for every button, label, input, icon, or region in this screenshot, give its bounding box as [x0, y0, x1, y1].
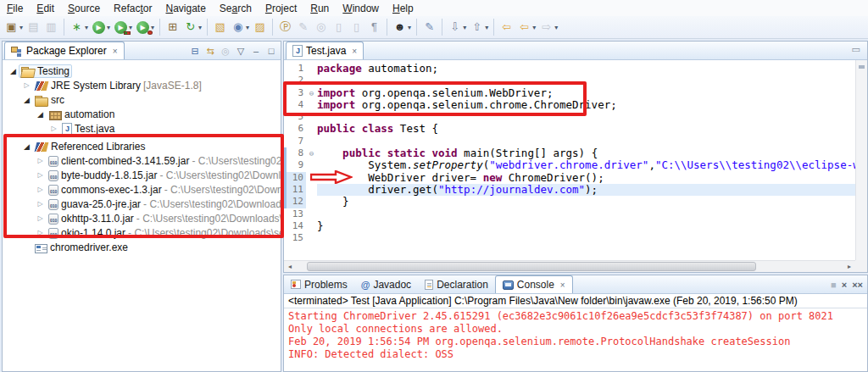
user-profile-dropdown[interactable]: ▾ [408, 24, 411, 31]
remove-all-terminated-icon[interactable]: ×× [852, 280, 863, 290]
menu-file[interactable]: File [0, 2, 30, 15]
expander-icon[interactable]: ▷ [35, 171, 46, 179]
tree-item-testing[interactable]: ◢Testing [3, 64, 281, 78]
run-coverage-button[interactable]: ▶▾ [112, 18, 134, 36]
menu-run[interactable]: Run [303, 2, 336, 15]
external-javadoc-button[interactable]: Ⓟ [276, 18, 294, 36]
menu-navigate[interactable]: Navigate [159, 2, 212, 15]
run-button[interactable]: ▶▾ [90, 18, 112, 36]
tree-item-referenced-libraries[interactable]: ◢Referenced Libraries [3, 139, 281, 153]
update-project-dropdown[interactable]: ▾ [198, 24, 202, 31]
run-coverage-dropdown[interactable]: ▾ [129, 24, 132, 31]
debug-dropdown[interactable]: ▾ [85, 24, 88, 31]
code-area[interactable]: 1package automation;23⊖import org.openqa… [284, 60, 855, 260]
fold-icon[interactable]: ⊖ [306, 87, 317, 99]
search-button[interactable]: ◉▾ [229, 18, 251, 36]
code-line-12[interactable]: 12 } [284, 196, 855, 208]
collapse-all-icon[interactable]: ⊟ [188, 46, 202, 57]
open-folder-button[interactable]: ▧ [211, 18, 229, 36]
code-line-14[interactable]: 14} [284, 220, 855, 232]
restore-icon[interactable]: ▭ [852, 44, 860, 55]
new-wizard-dropdown[interactable]: ▾ [19, 24, 23, 31]
maximize-view-icon[interactable]: □ [264, 46, 278, 56]
tree-item-client-combined-3-141-59-jar[interactable]: ▷client-combined-3.141.59.jar - C:\Users… [3, 153, 281, 168]
back-dropdown[interactable]: ▾ [532, 24, 536, 31]
expander-icon[interactable]: ▷ [48, 125, 59, 132]
menu-help[interactable]: Help [386, 2, 420, 15]
tab-javadoc[interactable]: @Javadoc [354, 275, 418, 293]
focus-view-icon[interactable]: ◎ [219, 46, 232, 57]
code-line-9[interactable]: 9 System.setProperty("webdriver.chrome.d… [284, 159, 855, 171]
code-line-2[interactable]: 2 [284, 75, 855, 86]
code-line-3[interactable]: 3⊖import org.openqa.selenium.WebDriver; [284, 87, 855, 99]
tree-item-commons-exec-1-3-jar[interactable]: ▷commons-exec-1.3.jar - C:\Users\testing… [3, 182, 281, 197]
menu-search[interactable]: Search [213, 2, 259, 15]
last-edit-location-button[interactable]: ⇦ [498, 18, 515, 36]
expander-icon[interactable]: ▷ [35, 214, 46, 222]
expander-icon[interactable]: ◢ [21, 142, 32, 151]
new-wizard-button[interactable]: ▣▾ [3, 18, 25, 36]
forward-button[interactable]: ⇨▾ [537, 18, 559, 36]
tab-package-explorer[interactable]: Package Explorer × [4, 42, 125, 59]
expander-icon[interactable]: ◢ [21, 96, 32, 104]
expander-icon[interactable]: ▷ [35, 186, 46, 193]
forward-dropdown[interactable]: ▾ [554, 24, 558, 31]
menu-source[interactable]: Source [61, 2, 107, 15]
menu-project[interactable]: Project [259, 2, 303, 15]
expander-icon[interactable]: ▷ [35, 157, 46, 164]
user-profile-button[interactable]: ☻▾ [391, 18, 413, 36]
code-line-11[interactable]: 11 driver.get("http://journaldev.com"); [284, 184, 855, 196]
tree-item-automation[interactable]: ◢automation [3, 107, 281, 121]
tree-item-chromedriver-exe[interactable]: chromedriver.exe [3, 240, 281, 254]
mark-occurrences-button[interactable]: ✎ [420, 18, 438, 36]
code-line-4[interactable]: 4import org.openqa.selenium.chrome.Chrom… [284, 99, 855, 111]
tree-item-src[interactable]: ◢src [3, 92, 281, 107]
code-line-10[interactable]: 10 WebDriver driver= new ChromeDriver(); [284, 172, 855, 184]
next-annotation-button[interactable]: ⇩▾ [446, 18, 468, 36]
code-line-8[interactable]: 8⊖ public static void main(String[] args… [284, 147, 855, 159]
run-dropdown[interactable]: ▾ [107, 24, 110, 31]
scrollbar-thumb[interactable] [307, 262, 756, 271]
code-line-7[interactable]: 7 [284, 136, 855, 147]
previous-annotation-button[interactable]: ⇧▾ [468, 18, 490, 36]
expander-icon[interactable]: ◢ [8, 67, 19, 75]
close-icon[interactable]: × [113, 47, 118, 56]
tree-item-okhttp-3-11-0-jar[interactable]: ▷okhttp-3.11.0.jar - C:\Users\testing02\… [3, 211, 281, 225]
close-icon[interactable]: × [352, 47, 357, 56]
remove-launch-icon[interactable]: × [842, 280, 847, 290]
tab-test-java[interactable]: Test.java × [286, 42, 364, 59]
profile-button[interactable]: ▶▾ [134, 18, 156, 36]
open-type-button[interactable]: ▨ [251, 18, 269, 36]
update-project-button[interactable]: ↻▾ [181, 18, 203, 36]
menu-window[interactable]: Window [336, 2, 386, 15]
scroll-left-icon[interactable]: ◂ [284, 263, 296, 270]
menu-refactor[interactable]: Refactor [107, 2, 159, 15]
expander-icon[interactable]: ◢ [35, 110, 46, 119]
tree-item-byte-buddy-1-8-15-jar[interactable]: ▷byte-buddy-1.8.15.jar - C:\Users\testin… [3, 168, 281, 182]
new-java-project-button[interactable]: ⊞ [164, 18, 181, 36]
expander-icon[interactable]: ▷ [35, 229, 46, 236]
tree-item-test-java[interactable]: ▷Test.java [3, 121, 281, 136]
expander-icon[interactable]: ▷ [35, 200, 46, 208]
tab-declaration[interactable]: Declaration [418, 275, 495, 293]
tree-item-okio-1-14-0-jar[interactable]: ▷okio-1.14.0.jar - C:\Users\testing02\Do… [3, 225, 281, 240]
editor-horizontal-scrollbar[interactable]: ◂ ▸ [284, 260, 855, 272]
tree-item-jre-system-library[interactable]: ▷JRE System Library [JavaSE-1.8] [3, 78, 281, 92]
view-menu-icon[interactable]: ▽ [234, 46, 248, 57]
tab-console[interactable]: Console× [495, 275, 573, 293]
fold-icon[interactable]: ⊖ [306, 147, 317, 159]
previous-annotation-dropdown[interactable]: ▾ [485, 24, 488, 31]
profile-dropdown[interactable]: ▾ [151, 24, 154, 31]
debug-button[interactable]: ∗▾ [68, 18, 90, 36]
menu-edit[interactable]: Edit [30, 2, 61, 15]
code-line-13[interactable]: 13 [284, 208, 855, 220]
code-line-15[interactable]: 15 [284, 232, 855, 244]
expander-icon[interactable]: ▷ [21, 81, 32, 89]
tree-item-guava-25-0-jre-jar[interactable]: ▷guava-25.0-jre.jar - C:\Users\testing02… [3, 197, 281, 211]
search-dropdown[interactable]: ▾ [246, 24, 249, 31]
code-line-6[interactable]: 6public class Test { [284, 123, 855, 135]
show-whitespace-button[interactable]: ¶ [365, 18, 383, 36]
link-with-editor-icon[interactable]: ⇆ [203, 46, 217, 57]
next-annotation-dropdown[interactable]: ▾ [463, 24, 466, 31]
scroll-right-icon[interactable]: ▸ [843, 263, 855, 270]
